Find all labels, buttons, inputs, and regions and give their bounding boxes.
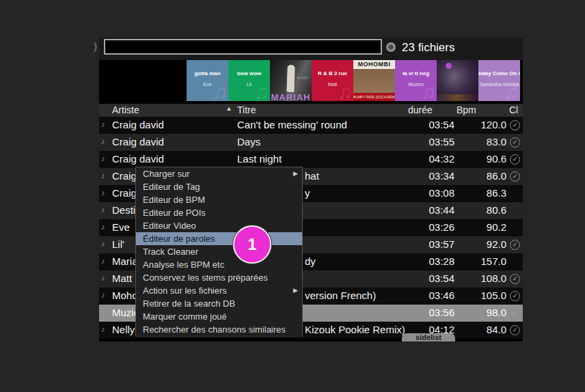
menu-item-charger-sur[interactable]: Charger sur ▶ xyxy=(136,167,302,180)
column-header-duration[interactable]: durée xyxy=(408,104,433,115)
thumb-title: MARIAH xyxy=(270,92,312,101)
menu-item-conservez-les-stems[interactable]: Conservez les stems préparées xyxy=(136,271,302,284)
cell-duration: 03:46 xyxy=(383,290,454,301)
table-row[interactable]: ♪ Craig david Days 03:55 83.0 ✓ xyxy=(99,134,523,151)
check-circle-icon xyxy=(510,206,519,214)
cell-duration: 03:26 xyxy=(383,221,454,233)
cell-duration: 03:54 xyxy=(383,119,454,130)
menu-item-action-sur-les-fichiers[interactable]: Action sur les fichiers ▶ xyxy=(136,284,302,297)
check-circle-icon: ✓ xyxy=(510,171,520,182)
thumb-artist: Samantha mumba xyxy=(478,82,520,87)
menu-item-track-cleaner[interactable]: Track Cleaner xyxy=(136,245,302,258)
note-icon: ♪ xyxy=(101,171,105,180)
thumb-title: MOHOMBI xyxy=(353,60,395,69)
cell-title: Days xyxy=(237,136,260,148)
cell-bpm: 98.0 xyxy=(454,307,506,318)
menu-item-label: Editeur de BPM xyxy=(143,195,205,205)
album-photo xyxy=(446,63,452,69)
context-menu: Charger sur ▶ Editeur de Tag Editeur de … xyxy=(135,167,303,337)
menu-item-editeur-de-tag[interactable]: Editeur de Tag xyxy=(136,180,302,193)
cell-duration: 03:57 xyxy=(383,238,454,250)
search-icon: ) xyxy=(94,40,97,52)
cell-bpm: 86.3 xyxy=(454,187,506,199)
album-thumb[interactable]: ♫ R & B 2 rue Matt xyxy=(312,60,353,101)
album-thumb[interactable] xyxy=(437,60,478,101)
cell-duration: 03:55 xyxy=(383,136,454,148)
album-thumb[interactable]: MOHOMBI BUMPY RIDE (SOCA REMIX) xyxy=(353,60,395,101)
album-art-strip: ♫ gotta man Eve ♫ bow wow Lil E=MC² MARI… xyxy=(99,60,523,101)
menu-item-editeur-video[interactable]: Editeur Video xyxy=(136,219,302,232)
column-header-title[interactable]: Titre xyxy=(237,104,256,115)
table-header: Artiste ▲ Titre durée Bpm Cl xyxy=(99,104,523,117)
cell-artist: Craig david xyxy=(112,119,164,130)
check-circle-icon: ✓ xyxy=(510,137,520,148)
cell-artist: Craig david xyxy=(112,136,164,148)
cell-artist: Eve xyxy=(112,221,130,233)
menu-item-marquer-comme-joue[interactable]: Marquer comme joué xyxy=(136,310,302,323)
cell-bpm: 90.6 xyxy=(454,153,506,165)
file-count-label: 23 fichiers xyxy=(402,41,454,55)
cell-bpm: 83.0 xyxy=(454,136,506,148)
check-circle-icon: ✓ xyxy=(510,308,520,318)
sidelist-tab[interactable]: sidelist xyxy=(402,333,455,341)
album-thumb[interactable]: ♫ bow wow Lil xyxy=(228,60,270,101)
check-circle-icon: ✓ xyxy=(510,120,520,130)
note-icon: ♪ xyxy=(101,274,105,282)
check-circle-icon: ✓ xyxy=(510,291,520,301)
menu-item-label: Editeur de POIs xyxy=(143,208,206,218)
menu-item-label: Rechercher des chansons similaires xyxy=(143,324,286,335)
annotation-step-badge: 1 xyxy=(233,225,271,264)
thumb-title: R & B 2 rue xyxy=(312,70,353,76)
thumb-title: baby Come On Ov xyxy=(478,70,520,76)
thumb-subtitle: BUMPY RIDE (SOCA REMIX) xyxy=(353,93,395,101)
thumb-artist: Eve xyxy=(187,82,228,87)
album-thumb[interactable]: ♫ baby Come On Ov Samantha mumba xyxy=(478,60,520,101)
column-header-key[interactable]: Cl xyxy=(509,104,518,115)
menu-item-rechercher-chansons-similaires[interactable]: Rechercher des chansons similaires xyxy=(136,323,302,336)
note-icon: ♪ xyxy=(101,308,105,316)
menu-item-editeur-de-paroles[interactable]: Éditeur de paroles xyxy=(136,232,302,245)
menu-item-label: Editeur Video xyxy=(143,221,196,231)
menu-item-editeur-de-pois[interactable]: Editeur de POIs xyxy=(136,206,302,219)
menu-item-editeur-de-bpm[interactable]: Editeur de BPM xyxy=(136,193,302,206)
column-header-bpm[interactable]: Bpm xyxy=(457,104,476,115)
record-dot-icon xyxy=(386,42,396,52)
search-input[interactable] xyxy=(104,39,382,55)
check-circle-icon: ✓ xyxy=(510,154,520,165)
cell-bpm: 84.0 xyxy=(454,324,506,335)
submenu-arrow-icon: ▶ xyxy=(293,284,298,297)
menu-item-label: Éditeur de paroles xyxy=(143,234,215,244)
note-icon: ♪ xyxy=(101,291,105,299)
cell-bpm: 80.6 xyxy=(454,204,506,216)
note-icon: ♪ xyxy=(101,206,105,214)
album-thumb[interactable]: ♫ la vi ti neg Muzion xyxy=(395,60,437,101)
menu-item-retirer-search-db[interactable]: Retirer de la search DB xyxy=(136,297,302,310)
thumb-title: bow wow xyxy=(228,70,270,76)
cell-artist: Lil' xyxy=(112,238,124,250)
cell-artist: Craig xyxy=(112,187,137,199)
album-thumb[interactable]: ♫ gotta man Eve xyxy=(187,60,228,101)
note-icon: ♪ xyxy=(101,325,105,333)
menu-item-label: Conservez les stems préparées xyxy=(143,272,268,283)
cell-bpm: 120.0 xyxy=(454,119,506,130)
table-row[interactable]: ♪ Craig david Can't be messing' round 03… xyxy=(99,117,523,134)
cell-bpm: 92.0 xyxy=(454,238,506,250)
thumb-subtitle: E=MC² xyxy=(297,76,310,80)
note-icon: ♪ xyxy=(101,188,105,197)
thumb-artist: Lil xyxy=(228,82,270,87)
menu-item-label: Marquer comme joué xyxy=(143,311,227,322)
thumb-artist: Matt xyxy=(312,82,353,87)
thumb-title: la vi ti neg xyxy=(395,70,437,76)
menu-item-label: Action sur les fichiers xyxy=(143,285,227,296)
cell-title: hat xyxy=(305,170,319,182)
check-circle-icon: ✓ xyxy=(510,240,520,250)
cell-bpm: 108.0 xyxy=(454,272,506,284)
table-row[interactable]: ♪ Craig david Last night 04:32 90.6 ✓ xyxy=(99,151,523,168)
album-thumb[interactable]: E=MC² MARIAH xyxy=(270,60,312,101)
album-photo xyxy=(437,94,478,101)
menu-item-analyse-les-bpm[interactable]: Analyse les BPM etc xyxy=(136,258,302,271)
column-header-artist[interactable]: Artiste xyxy=(112,104,139,115)
cell-artist: Craig xyxy=(112,170,137,182)
menu-item-label: Retirer de la search DB xyxy=(143,298,235,309)
menu-item-label: Analyse les BPM etc xyxy=(143,260,224,270)
